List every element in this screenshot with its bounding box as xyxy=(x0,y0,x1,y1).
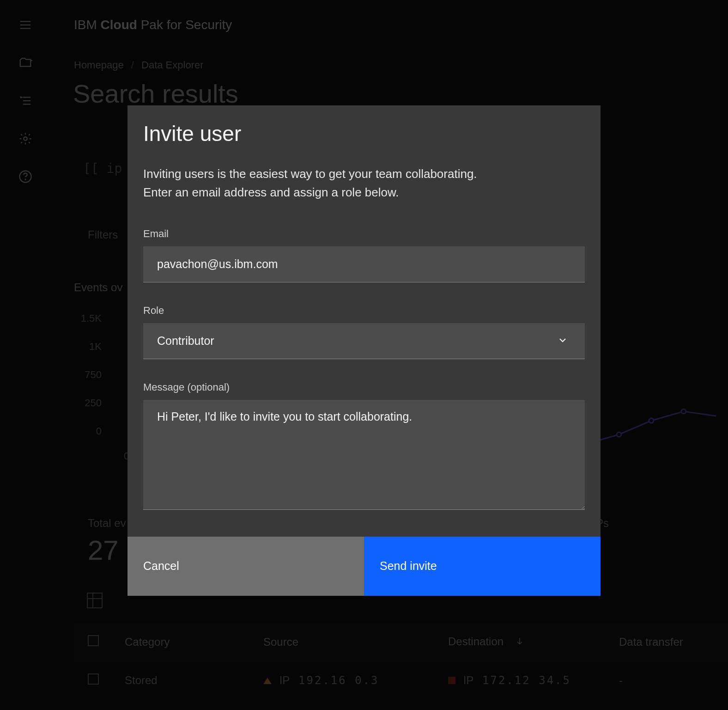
message-label: Message (optional) xyxy=(143,381,585,393)
email-label: Email xyxy=(143,228,585,240)
message-field[interactable] xyxy=(143,400,585,510)
invite-user-modal: Invite user Inviting users is the easies… xyxy=(127,105,601,596)
cancel-button[interactable]: Cancel xyxy=(127,537,364,596)
send-invite-button[interactable]: Send invite xyxy=(364,537,601,596)
modal-title: Invite user xyxy=(143,121,585,146)
modal-description: Inviting users is the easiest way to get… xyxy=(143,165,585,202)
modal-footer: Cancel Send invite xyxy=(127,537,601,596)
email-field[interactable] xyxy=(143,246,585,282)
role-select[interactable]: Contributor xyxy=(143,323,585,359)
role-label: Role xyxy=(143,305,585,317)
